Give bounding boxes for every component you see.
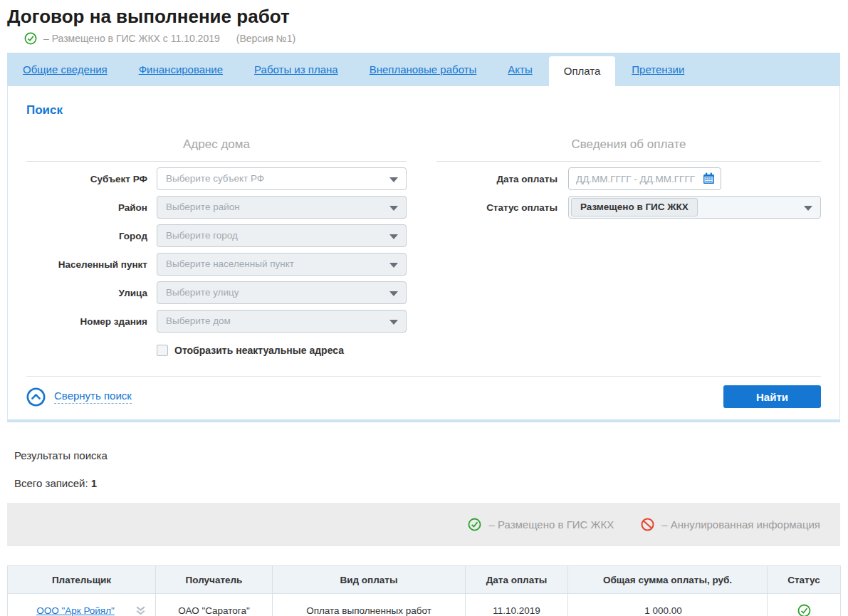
- tab-planned-works[interactable]: Работы из плана: [239, 63, 354, 75]
- chevron-up-circle-icon: [26, 387, 46, 407]
- settlement-label: Населенный пункт: [26, 259, 147, 270]
- legend-placed: – Размещено в ГИС ЖКХ: [468, 518, 614, 531]
- field-row-settlement: Населенный пункт Выберите населенный пун…: [26, 253, 407, 276]
- tab-general-info[interactable]: Общие сведения: [7, 63, 123, 75]
- subject-select[interactable]: Выберите субъект РФ: [157, 167, 407, 190]
- tab-bar: Общие сведения Финансирование Работы из …: [7, 53, 840, 86]
- double-chevron-down-icon[interactable]: [135, 605, 147, 616]
- cancel-circle-icon: [641, 518, 654, 531]
- results-title: Результаты поиска: [14, 449, 840, 461]
- inactive-addresses-row: Отобразить неактуальные адреса: [157, 345, 407, 356]
- chevron-down-icon: [389, 291, 398, 296]
- tab-unplanned-works[interactable]: Внеплановые работы: [354, 63, 493, 75]
- settlement-select[interactable]: Выберите населенный пункт: [157, 253, 407, 276]
- legend-placed-text: – Размещено в ГИС ЖКХ: [488, 518, 614, 531]
- address-section-title: Адрес дома: [26, 137, 407, 162]
- field-row-payment-status: Статус оплаты Размещено в ГИС ЖКХ: [436, 196, 821, 219]
- table-header-row: Плательщик Получатель Вид оплаты Дата оп…: [8, 566, 841, 594]
- district-select[interactable]: Выберите район: [157, 196, 407, 219]
- results-count-value: 1: [91, 477, 97, 489]
- col-header-payer: Плательщик: [8, 566, 156, 594]
- street-label: Улица: [26, 288, 147, 298]
- collapse-search-label: Свернуть поиск: [54, 390, 132, 404]
- page-title: Договор на выполнение работ: [7, 6, 848, 28]
- results-count-label: Всего записей:: [14, 477, 88, 489]
- chevron-down-icon: [389, 320, 398, 325]
- payment-status-label: Статус оплаты: [436, 202, 558, 213]
- contract-payment-page: Договор на выполнение работ – Размещено …: [0, 6, 848, 616]
- chevron-down-icon: [389, 206, 398, 211]
- field-row-street: Улица Выберите улицу: [26, 281, 407, 304]
- table-row: ООО "Арк Ройял" ОАО "Саратога" Оплата вы…: [8, 594, 841, 616]
- building-select[interactable]: Выберите дом: [157, 310, 407, 333]
- payments-table: Плательщик Получатель Вид оплаты Дата оп…: [7, 565, 841, 616]
- results-count: Всего записей: 1: [14, 477, 840, 489]
- address-section: Адрес дома Субъект РФ Выберите субъект Р…: [26, 137, 407, 356]
- search-panel: Поиск Адрес дома Субъект РФ Выберите суб…: [7, 86, 840, 422]
- search-title: Поиск: [26, 86, 821, 119]
- col-header-total-amount: Общая сумма оплаты, руб.: [568, 566, 768, 594]
- status-placed-icon: [24, 32, 37, 45]
- inactive-addresses-checkbox[interactable]: [157, 345, 168, 356]
- tab-payment-active[interactable]: Оплата: [549, 56, 616, 86]
- col-header-status: Статус: [768, 566, 841, 594]
- find-button[interactable]: Найти: [723, 385, 821, 408]
- field-row-district: Район Выберите район: [26, 196, 407, 219]
- tab-claims[interactable]: Претензии: [616, 63, 700, 75]
- col-header-payment-date: Дата оплаты: [466, 566, 568, 594]
- payment-section-title: Сведения об оплате: [436, 137, 821, 162]
- chevron-down-icon: [389, 177, 398, 182]
- col-header-payment-type: Вид оплаты: [273, 566, 466, 594]
- field-row-city: Город Выберите город: [26, 224, 407, 247]
- payment-status-chip: Размещено в ГИС ЖКХ: [571, 198, 698, 216]
- chevron-down-icon: [389, 263, 398, 268]
- payment-section: Сведения об оплате Дата оплаты: [436, 137, 821, 356]
- tab-financing[interactable]: Финансирование: [123, 63, 239, 75]
- total-amount-cell: 1 000.00: [568, 594, 768, 616]
- status-text: – Размещено в ГИС ЖКХ с 11.10.2019: [43, 33, 220, 44]
- status-legend: – Размещено в ГИС ЖКХ – Аннулированная и…: [7, 503, 840, 546]
- payment-date-label: Дата оплаты: [436, 174, 558, 184]
- legend-annulled: – Аннулированная информация: [641, 518, 820, 531]
- version-text: (Версия №1): [236, 33, 295, 44]
- payment-date-range-input[interactable]: [568, 167, 721, 190]
- field-row-subject: Субъект РФ Выберите субъект РФ: [26, 167, 407, 190]
- payment-date-cell: 11.10.2019: [466, 594, 568, 616]
- col-header-recipient: Получатель: [156, 566, 273, 594]
- street-select[interactable]: Выберите улицу: [157, 281, 407, 304]
- chevron-down-icon: [389, 234, 398, 239]
- city-label: Город: [26, 231, 147, 241]
- calendar-icon[interactable]: [703, 172, 715, 184]
- recipient-cell: ОАО "Саратога": [156, 594, 273, 616]
- field-row-payment-date: Дата оплаты: [436, 167, 821, 190]
- collapse-search-button[interactable]: Свернуть поиск: [26, 387, 132, 407]
- row-status-placed-icon: [797, 604, 811, 616]
- payer-cell: ООО "Арк Ройял": [8, 594, 156, 616]
- status-cell: [768, 594, 841, 616]
- district-label: Район: [26, 202, 147, 213]
- field-row-building: Номер здания Выберите дом: [26, 310, 407, 333]
- city-select[interactable]: Выберите город: [157, 224, 407, 247]
- payer-link[interactable]: ООО "Арк Ройял": [16, 605, 135, 616]
- payment-status-select[interactable]: Размещено в ГИС ЖКХ: [568, 196, 821, 219]
- payment-type-cell: Оплата выполненных работ: [273, 594, 466, 616]
- contract-status-line: – Размещено в ГИС ЖКХ с 11.10.2019 (Верс…: [24, 32, 848, 45]
- check-circle-icon: [468, 518, 481, 531]
- inactive-addresses-label: Отобразить неактуальные адреса: [174, 345, 344, 356]
- subject-label: Субъект РФ: [26, 174, 147, 184]
- chevron-down-icon: [804, 206, 812, 211]
- legend-annulled-text: – Аннулированная информация: [661, 518, 820, 531]
- building-label: Номер здания: [26, 316, 147, 327]
- tab-acts[interactable]: Акты: [492, 63, 548, 75]
